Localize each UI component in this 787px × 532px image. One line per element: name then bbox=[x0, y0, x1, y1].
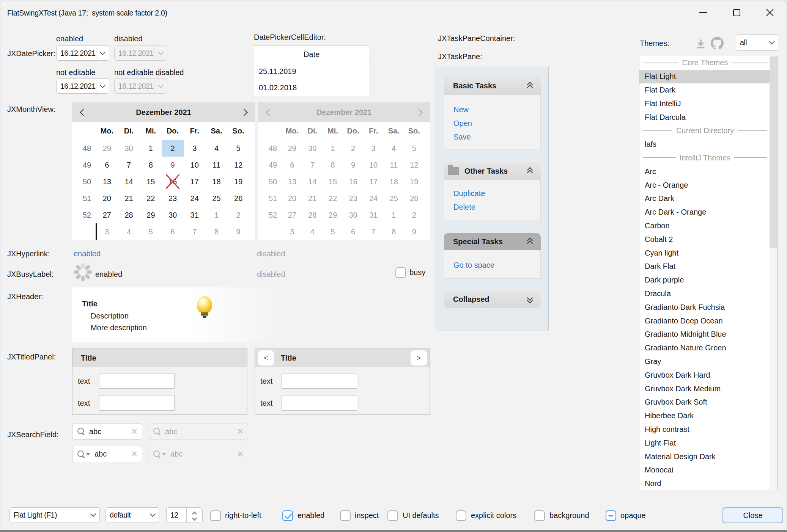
day-cell[interactable]: 7 bbox=[302, 157, 323, 173]
taskpane-header[interactable]: Basic Tasks bbox=[444, 77, 541, 95]
day-cell[interactable]: 1 bbox=[206, 207, 228, 223]
search-text[interactable]: abc bbox=[85, 427, 131, 436]
day-cell[interactable]: 1 bbox=[323, 140, 343, 157]
day-cell[interactable]: 29 bbox=[323, 207, 343, 223]
github-icon[interactable] bbox=[711, 37, 724, 50]
day-cell[interactable]: 4 bbox=[206, 140, 228, 157]
day-cell[interactable]: 7 bbox=[118, 157, 140, 173]
day-cell[interactable]: 3 bbox=[184, 140, 206, 157]
day-cell[interactable]: 12 bbox=[404, 157, 424, 173]
theme-list-item[interactable]: Flat Light bbox=[639, 70, 771, 83]
clear-icon[interactable]: × bbox=[131, 427, 137, 437]
theme-list-item[interactable]: Material Design Dark bbox=[639, 450, 771, 463]
search-icon[interactable] bbox=[77, 427, 85, 436]
day-cell[interactable]: 15 bbox=[323, 173, 343, 190]
theme-list-item[interactable]: Gradianto Nature Green bbox=[639, 341, 771, 355]
theme-list-item[interactable]: Gradianto Dark Fuchsia bbox=[639, 300, 771, 314]
day-cell[interactable]: 23 bbox=[162, 190, 184, 207]
day-cell[interactable]: 4 bbox=[118, 223, 140, 240]
theme-list-item[interactable]: Arc - Orange bbox=[639, 178, 771, 192]
download-icon[interactable] bbox=[695, 38, 707, 50]
datepicker-combo[interactable]: 16.12.2021 bbox=[56, 46, 109, 61]
theme-list-item[interactable]: Carbon bbox=[639, 219, 771, 233]
day-cell[interactable]: 11 bbox=[206, 157, 228, 173]
day-cell[interactable]: 24 bbox=[184, 190, 206, 207]
day-cell[interactable]: 30 bbox=[118, 140, 140, 157]
theme-list-item[interactable]: Arc Dark - Orange bbox=[639, 206, 771, 219]
day-cell[interactable]: 5 bbox=[227, 140, 249, 157]
theme-list-item[interactable]: Dark Flat bbox=[639, 260, 771, 273]
day-cell[interactable]: 30 bbox=[162, 207, 184, 223]
datepicker-combo[interactable]: 16.12.2021 bbox=[114, 78, 167, 94]
close-window-button[interactable] bbox=[757, 4, 782, 21]
day-cell[interactable]: 2 bbox=[343, 140, 364, 157]
day-cell[interactable]: 6 bbox=[282, 157, 302, 173]
taskpane-link[interactable]: New bbox=[453, 105, 469, 114]
day-cell[interactable]: 8 bbox=[384, 223, 404, 240]
day-cell[interactable]: 18 bbox=[384, 173, 404, 190]
taskpane-link[interactable]: Duplicate bbox=[453, 189, 485, 198]
taskpane-link[interactable]: Delete bbox=[453, 203, 475, 212]
theme-list-item[interactable]: Flat Dark bbox=[639, 83, 771, 97]
checkbox-background[interactable] bbox=[534, 510, 545, 521]
day-cell[interactable]: 17 bbox=[184, 173, 206, 190]
search-icon[interactable] bbox=[77, 450, 91, 458]
day-cell[interactable]: 2 bbox=[227, 207, 249, 223]
day-cell[interactable]: 29 bbox=[282, 140, 302, 157]
collapse-icon[interactable] bbox=[527, 239, 534, 245]
maximize-button[interactable] bbox=[724, 4, 749, 21]
day-cell[interactable]: 13 bbox=[282, 173, 302, 190]
themes-scrollbar-thumb[interactable] bbox=[770, 56, 777, 248]
checkbox-right-to-left[interactable] bbox=[210, 510, 221, 521]
day-cell[interactable]: 3 bbox=[282, 223, 302, 240]
spinner-buttons[interactable] bbox=[186, 508, 202, 523]
day-cell[interactable]: 28 bbox=[118, 207, 140, 223]
theme-list-item[interactable]: Flat IntelliJ bbox=[639, 97, 771, 110]
day-cell[interactable]: 26 bbox=[227, 190, 249, 207]
day-cell[interactable]: 5 bbox=[404, 140, 424, 157]
day-cell[interactable]: 19 bbox=[227, 173, 249, 190]
day-cell[interactable]: 21 bbox=[302, 190, 323, 207]
day-cell[interactable]: 21 bbox=[118, 190, 140, 207]
day-cell[interactable]: 13 bbox=[96, 173, 118, 190]
table-row[interactable]: 25.11.2019 bbox=[254, 63, 369, 80]
text-field[interactable] bbox=[282, 373, 357, 389]
datepicker-combo[interactable]: 16.12.2021 bbox=[56, 78, 109, 94]
day-cell[interactable]: 10 bbox=[363, 157, 384, 173]
taskpane-header[interactable]: Collapsed bbox=[444, 291, 541, 308]
day-cell[interactable]: 8 bbox=[140, 157, 162, 173]
theme-list-item[interactable]: Monocai bbox=[639, 463, 771, 477]
day-cell[interactable]: 11 bbox=[384, 157, 404, 173]
day-cell[interactable]: 23 bbox=[343, 190, 364, 207]
taskpane-link[interactable]: Go to space bbox=[453, 261, 494, 270]
day-cell[interactable]: 25 bbox=[384, 190, 404, 207]
day-cell[interactable]: 20 bbox=[96, 190, 118, 207]
day-cell[interactable]: 2 bbox=[404, 207, 424, 223]
day-cell[interactable]: 9 bbox=[227, 223, 249, 240]
collapse-icon[interactable] bbox=[527, 83, 534, 89]
search-icon[interactable] bbox=[153, 450, 167, 458]
day-cell[interactable]: 25 bbox=[206, 190, 228, 207]
day-cell[interactable]: 9 bbox=[343, 157, 364, 173]
theme-list-item[interactable]: Gradianto Deep Ocean bbox=[639, 314, 771, 328]
theme-list-item[interactable]: Gruvbox Dark Medium bbox=[639, 382, 771, 395]
datepicker-combo[interactable]: 16.12.2021 bbox=[114, 46, 167, 61]
clear-icon[interactable]: × bbox=[237, 427, 243, 437]
theme-list-item[interactable]: Arc bbox=[639, 165, 771, 178]
next-month-button[interactable] bbox=[235, 102, 255, 122]
day-cell[interactable]: 19 bbox=[404, 173, 424, 190]
expand-icon[interactable] bbox=[527, 297, 534, 303]
day-cell[interactable]: 26 bbox=[404, 190, 424, 207]
day-cell[interactable]: 29 bbox=[140, 207, 162, 223]
theme-list-item[interactable]: Gradianto Midnight Blue bbox=[639, 328, 771, 341]
day-cell[interactable]: 4 bbox=[384, 140, 404, 157]
theme-list-item[interactable]: Cyan light bbox=[639, 246, 771, 260]
themes-filter-combo[interactable]: all bbox=[736, 35, 778, 51]
day-cell[interactable]: 3 bbox=[96, 223, 118, 240]
day-cell[interactable]: 22 bbox=[140, 190, 162, 207]
text-field[interactable] bbox=[99, 373, 175, 389]
day-cell[interactable]: 30 bbox=[302, 140, 323, 157]
search-field[interactable]: abc× bbox=[148, 446, 248, 462]
minimize-button[interactable] bbox=[691, 4, 716, 21]
day-cell[interactable]: 12 bbox=[227, 157, 249, 173]
